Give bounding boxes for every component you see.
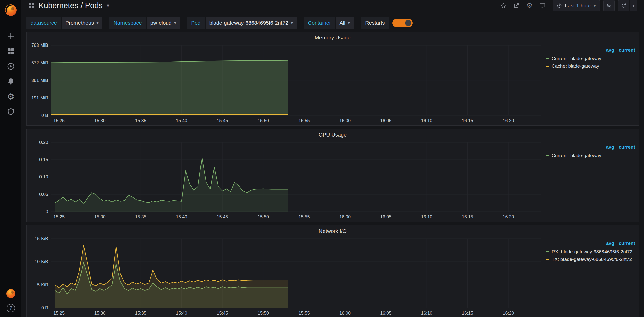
- title-caret-icon[interactable]: ▾: [107, 2, 109, 9]
- variable-value: All: [339, 20, 345, 26]
- alerting-icon[interactable]: [0, 74, 21, 89]
- svg-text:15 KiB: 15 KiB: [35, 237, 48, 241]
- settings-button[interactable]: ⚙: [525, 2, 534, 9]
- legend-sort-avg[interactable]: avg: [606, 144, 614, 150]
- svg-text:16:10: 16:10: [421, 118, 432, 123]
- svg-text:15:30: 15:30: [94, 214, 105, 219]
- time-picker-button[interactable]: Last 1 hour ▾: [553, 0, 600, 11]
- grafana-logo[interactable]: [4, 4, 17, 17]
- svg-text:572 MiB: 572 MiB: [31, 60, 48, 65]
- dashboard-grid-icon[interactable]: [28, 2, 35, 9]
- svg-text:16:15: 16:15: [462, 118, 473, 123]
- sidebar-nav: ⚙: [0, 29, 21, 119]
- svg-text:15:30: 15:30: [94, 311, 105, 316]
- svg-text:763 MiB: 763 MiB: [31, 43, 48, 48]
- help-icon[interactable]: ?: [7, 304, 15, 312]
- panel-title[interactable]: Memory Usage: [27, 32, 639, 43]
- legend-sort-current[interactable]: current: [619, 144, 635, 150]
- refresh-button[interactable]: [618, 0, 629, 11]
- svg-text:15:40: 15:40: [176, 311, 187, 316]
- tv-mode-button[interactable]: [538, 2, 547, 9]
- series-color-dash: [546, 66, 549, 67]
- series-color-dash: [546, 58, 549, 59]
- series-name: Current: blade-gateway: [552, 153, 601, 158]
- series-color-dash: [546, 259, 549, 260]
- svg-text:15:25: 15:25: [53, 118, 65, 123]
- cpu-usage-chart[interactable]: 15:2515:3015:3515:4015:4515:5015:5516:00…: [27, 140, 546, 222]
- variable-namespace: Namespace pw-cloud ▾: [109, 17, 180, 29]
- svg-text:16:05: 16:05: [380, 214, 391, 219]
- network-io-chart[interactable]: 15:2515:3015:3515:4015:4515:5015:5516:00…: [27, 237, 546, 317]
- legend-item[interactable]: RX: blade-gateway-68684695f6-2nt72: [546, 248, 635, 256]
- svg-text:16:05: 16:05: [380, 311, 391, 316]
- legend-item[interactable]: Cache: blade-gateway: [546, 62, 635, 70]
- panel-title[interactable]: Network I/O: [27, 225, 639, 237]
- zoom-out-button[interactable]: [603, 0, 615, 11]
- restarts-control: Restarts: [361, 17, 413, 29]
- panel-network-io: Network I/O 15:2515:3015:3515:4015:4515:…: [26, 225, 639, 317]
- svg-text:16:00: 16:00: [339, 214, 351, 219]
- series-name: Cache: blade-gateway: [552, 63, 599, 69]
- star-button[interactable]: [499, 2, 508, 9]
- svg-text:15:25: 15:25: [53, 311, 65, 316]
- chevron-down-icon: ▾: [348, 20, 350, 26]
- svg-text:10 KiB: 10 KiB: [35, 259, 48, 264]
- svg-text:15:55: 15:55: [298, 214, 310, 219]
- series-color-dash: [546, 251, 549, 252]
- legend-item[interactable]: Current: blade-gateway: [546, 152, 635, 159]
- explore-icon[interactable]: [0, 59, 21, 74]
- dashboards-icon[interactable]: [0, 44, 21, 59]
- svg-text:0 B: 0 B: [41, 305, 48, 310]
- namespace-select[interactable]: pw-cloud ▾: [147, 17, 180, 29]
- legend-sort-avg[interactable]: avg: [606, 241, 614, 246]
- sidebar: ⚙ ?: [0, 0, 21, 317]
- variable-label: Pod: [187, 17, 205, 29]
- svg-text:15:35: 15:35: [135, 214, 146, 219]
- share-button[interactable]: [512, 2, 521, 9]
- variable-container: Container All ▾: [304, 17, 354, 29]
- container-select[interactable]: All ▾: [336, 17, 354, 29]
- legend-sort-avg[interactable]: avg: [606, 47, 614, 53]
- variable-pod: Pod blade-gateway-68684695f6-2nt72 ▾: [187, 17, 297, 29]
- svg-text:16:10: 16:10: [421, 214, 432, 219]
- chevron-down-icon: ▾: [174, 20, 176, 26]
- svg-text:16:15: 16:15: [462, 311, 473, 316]
- legend-item[interactable]: TX: blade-gateway-68684695f6-2nt72: [546, 256, 635, 263]
- server-admin-icon[interactable]: [0, 104, 21, 119]
- datasource-select[interactable]: Prometheus ▾: [62, 17, 102, 29]
- variable-value: pw-cloud: [150, 20, 172, 26]
- dashboard-grid: Memory Usage 15:2515:3015:3515:4015:4515…: [21, 32, 644, 317]
- restarts-toggle[interactable]: [392, 19, 413, 27]
- refresh-group: ▾: [618, 0, 637, 11]
- svg-text:15:40: 15:40: [176, 118, 187, 123]
- avatar[interactable]: [6, 289, 16, 298]
- create-icon[interactable]: [0, 29, 21, 44]
- legend-sort-current[interactable]: current: [619, 241, 635, 246]
- memory-usage-chart[interactable]: 15:2515:3015:3515:4015:4515:5015:5516:00…: [27, 43, 546, 125]
- svg-text:0.10: 0.10: [39, 174, 48, 179]
- panel-title[interactable]: CPU Usage: [27, 129, 639, 140]
- svg-text:381 MiB: 381 MiB: [31, 78, 48, 83]
- svg-text:16:20: 16:20: [503, 311, 514, 316]
- toggle-knob: [405, 20, 411, 26]
- configuration-icon[interactable]: ⚙: [0, 89, 21, 104]
- svg-text:191 MiB: 191 MiB: [31, 95, 48, 100]
- clock-icon: [557, 3, 562, 8]
- svg-text:16:00: 16:00: [339, 118, 351, 123]
- legend-sort-current[interactable]: current: [619, 47, 635, 53]
- refresh-interval-button[interactable]: ▾: [630, 0, 637, 11]
- svg-text:0.20: 0.20: [39, 140, 48, 145]
- variable-label: Namespace: [109, 17, 146, 29]
- svg-text:15:45: 15:45: [217, 311, 228, 316]
- restarts-label: Restarts: [361, 17, 389, 29]
- legend-item[interactable]: Current: blade-gateway: [546, 55, 635, 62]
- page-title[interactable]: Kubernetes / Pods: [38, 1, 103, 10]
- variable-value: blade-gateway-68684695f6-2nt72: [209, 20, 288, 26]
- svg-text:15:35: 15:35: [135, 118, 146, 123]
- svg-text:15:40: 15:40: [176, 214, 187, 219]
- variable-label: Container: [304, 17, 335, 29]
- panel-cpu-usage: CPU Usage 15:2515:3015:3515:4015:4515:50…: [26, 129, 639, 222]
- pod-select[interactable]: blade-gateway-68684695f6-2nt72 ▾: [206, 17, 297, 29]
- svg-text:16:20: 16:20: [503, 118, 514, 123]
- svg-text:15:35: 15:35: [135, 311, 146, 316]
